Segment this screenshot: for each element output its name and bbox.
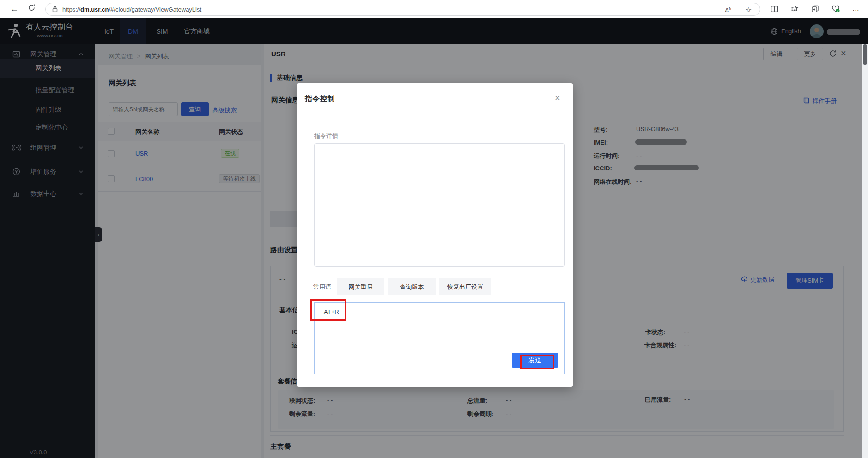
- read-aloud-icon[interactable]: Aћ: [725, 6, 731, 14]
- command-control-modal: 指令控制 × 指令详情 常用语 网关重启 查询版本 恢复出厂设置 AT+R 发送: [297, 83, 573, 387]
- refresh-icon[interactable]: [28, 4, 36, 12]
- browser-chrome: ← https://dm.usr.cn/#/cloud/gateway/View…: [0, 0, 868, 18]
- url-text: https://dm.usr.cn/#/cloud/gateway/ViewGa…: [62, 6, 201, 13]
- annotation-box-command: [310, 299, 346, 321]
- lock-icon: [52, 6, 58, 12]
- favorite-star-icon[interactable]: ☆: [745, 6, 752, 14]
- app-viewport: 有人云控制台 www.usr.cn IoT DM SIM 官方商城 Englis…: [0, 18, 868, 458]
- address-bar[interactable]: https://dm.usr.cn/#/cloud/gateway/ViewGa…: [45, 3, 760, 16]
- quick-cmd-version-button[interactable]: 查询版本: [388, 278, 436, 295]
- scrollbar-thumb[interactable]: [863, 44, 867, 65]
- back-icon[interactable]: ←: [10, 4, 18, 14]
- quick-cmd-reboot-button[interactable]: 网关重启: [337, 278, 384, 295]
- page-scrollbar[interactable]: [862, 44, 868, 458]
- browser-essentials-icon[interactable]: [832, 5, 840, 13]
- collections-icon[interactable]: [791, 5, 799, 13]
- common-phrases-label: 常用语: [313, 283, 331, 291]
- modal-close-icon[interactable]: ×: [555, 93, 560, 102]
- screen: ← https://dm.usr.cn/#/cloud/gateway/View…: [0, 0, 868, 458]
- browser-menu-icon[interactable]: …: [852, 4, 860, 12]
- modal-title: 指令控制: [305, 94, 334, 104]
- copilot-sidebar-icon[interactable]: [811, 5, 819, 13]
- command-detail-textarea[interactable]: [314, 143, 565, 267]
- annotation-box-send: [520, 355, 554, 369]
- quick-cmd-factory-reset-button[interactable]: 恢复出厂设置: [439, 278, 491, 295]
- command-detail-label: 指令详情: [314, 132, 338, 140]
- split-screen-icon[interactable]: [771, 5, 778, 13]
